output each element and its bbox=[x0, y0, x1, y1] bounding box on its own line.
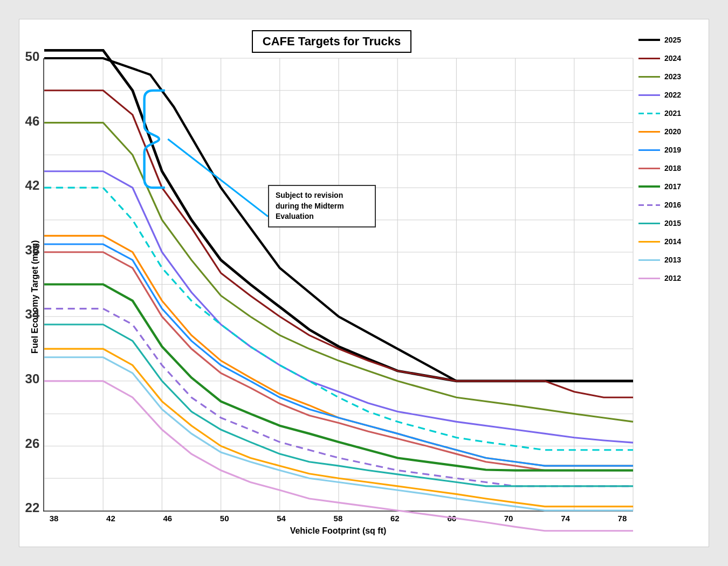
x-tick-54: 54 bbox=[271, 514, 292, 523]
legend-line-2022 bbox=[638, 94, 660, 96]
y-axis-label: Fuel Economy Target (mpg) bbox=[30, 58, 40, 536]
legend-item-2012: 2012 bbox=[638, 274, 703, 282]
legend-label-2022: 2022 bbox=[664, 91, 681, 99]
legend-item-2025: 2025 bbox=[638, 36, 703, 44]
legend-line-2020 bbox=[638, 131, 660, 133]
legend-label-2024: 2024 bbox=[664, 54, 681, 63]
legend-line-2014 bbox=[638, 241, 660, 243]
legend-item-2016: 2016 bbox=[638, 201, 703, 209]
legend-item-2019: 2019 bbox=[638, 146, 703, 154]
legend-label-2018: 2018 bbox=[664, 164, 681, 172]
legend-item-2020: 2020 bbox=[638, 127, 703, 136]
legend-label-2025: 2025 bbox=[664, 36, 681, 44]
annotation-box: Subject to revision during the Midterm E… bbox=[268, 185, 376, 227]
legend-line-2013 bbox=[638, 259, 660, 261]
legend-item-2018: 2018 bbox=[638, 164, 703, 172]
legend-line-2017 bbox=[638, 185, 660, 188]
svg-text:50: 50 bbox=[25, 50, 40, 64]
x-tick-58: 58 bbox=[327, 514, 349, 523]
x-tick-42: 42 bbox=[100, 514, 121, 523]
svg-text:26: 26 bbox=[25, 437, 40, 450]
svg-text:42: 42 bbox=[25, 179, 40, 192]
legend-item-2015: 2015 bbox=[638, 219, 703, 227]
svg-text:22: 22 bbox=[25, 501, 40, 515]
legend-item-2024: 2024 bbox=[638, 54, 703, 63]
legend-line-2019 bbox=[638, 149, 660, 151]
legend-label-2019: 2019 bbox=[664, 146, 681, 154]
legend-label-2023: 2023 bbox=[664, 72, 681, 81]
plot-area: .grid { stroke: #d0d0d0; stroke-width: 1… bbox=[43, 58, 633, 512]
svg-text:46: 46 bbox=[25, 114, 40, 128]
svg-text:38: 38 bbox=[25, 243, 40, 257]
legend-line-2012 bbox=[638, 278, 660, 279]
chart-area: CAFE Targets for Trucks Fuel Economy Tar… bbox=[30, 30, 633, 536]
legend-line-2021 bbox=[638, 113, 660, 114]
legend-label-2020: 2020 bbox=[664, 127, 681, 136]
x-tick-78: 78 bbox=[612, 514, 633, 523]
legend-label-2013: 2013 bbox=[664, 256, 681, 264]
legend-label-2012: 2012 bbox=[664, 274, 681, 282]
legend-line-2025 bbox=[638, 39, 660, 41]
legend-line-2024 bbox=[638, 58, 660, 59]
x-tick-38: 38 bbox=[43, 514, 65, 523]
x-tick-50: 50 bbox=[214, 514, 235, 523]
legend-item-2023: 2023 bbox=[638, 72, 703, 81]
legend-label-2017: 2017 bbox=[664, 182, 681, 191]
legend-label-2014: 2014 bbox=[664, 237, 681, 246]
x-tick-74: 74 bbox=[555, 514, 576, 523]
legend-item-2022: 2022 bbox=[638, 91, 703, 99]
x-tick-70: 70 bbox=[498, 514, 519, 523]
legend-label-2015: 2015 bbox=[664, 219, 681, 227]
legend-item-2014: 2014 bbox=[638, 237, 703, 246]
plot-area-wrapper: .grid { stroke: #d0d0d0; stroke-width: 1… bbox=[43, 58, 633, 536]
legend-label-2021: 2021 bbox=[664, 109, 681, 118]
x-tick-46: 46 bbox=[157, 514, 178, 523]
legend-label-2016: 2016 bbox=[664, 201, 681, 209]
x-tick-62: 62 bbox=[384, 514, 406, 523]
chart-inner: Fuel Economy Target (mpg) .grid { stroke… bbox=[30, 58, 633, 536]
annotation-text: Subject to revision during the Midterm E… bbox=[276, 191, 344, 220]
legend-line-2023 bbox=[638, 76, 660, 78]
legend: 2025 2024 2023 2022 2021 2020 2019 2018 bbox=[633, 30, 703, 536]
x-axis-labels: 38 42 46 50 54 58 62 66 70 74 78 bbox=[43, 512, 633, 523]
legend-line-2015 bbox=[638, 223, 660, 224]
chart-title: CAFE Targets for Trucks bbox=[252, 30, 411, 53]
legend-item-2021: 2021 bbox=[638, 109, 703, 118]
legend-item-2013: 2013 bbox=[638, 256, 703, 264]
svg-text:34: 34 bbox=[25, 308, 40, 321]
svg-text:30: 30 bbox=[25, 372, 40, 385]
legend-line-2018 bbox=[638, 168, 660, 169]
chart-container: CAFE Targets for Trucks Fuel Economy Tar… bbox=[19, 19, 709, 547]
chart-svg: .grid { stroke: #d0d0d0; stroke-width: 1… bbox=[44, 58, 633, 510]
legend-item-2017: 2017 bbox=[638, 182, 703, 191]
legend-line-2016 bbox=[638, 204, 660, 206]
